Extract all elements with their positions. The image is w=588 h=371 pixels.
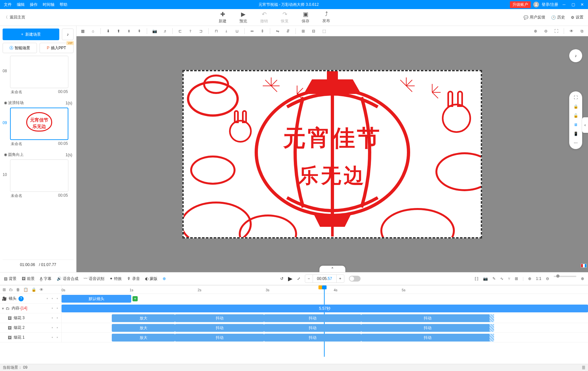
step-back-icon[interactable]: ↺ — [280, 276, 283, 281]
mobile-icon[interactable]: 📱 — [573, 132, 578, 136]
lb-mask[interactable]: ◐蒙版 — [145, 276, 157, 282]
track-options[interactable]: • • — [52, 316, 59, 320]
lb-tts[interactable]: 🔊语音合成 — [57, 276, 78, 282]
align-top-icon[interactable]: ⊓ — [213, 29, 219, 33]
tl-add-icon[interactable]: ⊞ — [3, 287, 6, 292]
music-icon[interactable]: ♬ — [162, 29, 168, 33]
track-firework-3[interactable]: 🖼烟花 3• • — [0, 313, 62, 323]
add-keyframe-button[interactable]: + — [133, 296, 138, 301]
distribute-v-icon[interactable]: ⇕ — [259, 29, 265, 33]
menu-file[interactable]: 文件 — [4, 2, 12, 7]
zoom-out-timeline-icon[interactable]: ⊖ — [546, 276, 549, 281]
select-all-icon[interactable]: ⬚ — [321, 29, 327, 33]
ratio-icon[interactable]: 1:1 — [536, 276, 541, 281]
track-firework-2[interactable]: 🖼烟花 2• • — [0, 323, 62, 332]
align-right-icon[interactable]: ⊐ — [198, 29, 204, 33]
track-options[interactable]: • • — [52, 326, 59, 330]
toolbar-save[interactable]: ▣保存 — [302, 11, 309, 24]
track-options[interactable]: • • — [52, 335, 59, 340]
unlock-icon[interactable]: 🔓 — [573, 113, 578, 118]
fitscreen-icon[interactable]: ⛶ — [574, 95, 578, 100]
keyframe-in-icon[interactable]: ⟦⟧ — [475, 276, 478, 281]
lb-more[interactable]: ⊕ — [163, 276, 166, 281]
zoom-slider[interactable] — [554, 276, 576, 277]
history-button[interactable]: 🕑历史 — [551, 15, 565, 20]
align-bottom-icon[interactable]: ⊔ — [234, 29, 240, 33]
help-icon[interactable]: ? — [18, 296, 24, 301]
scene-item-08[interactable]: 08 未命名00:05 — [3, 56, 74, 95]
panel-expand-button[interactable]: ‹ — [582, 117, 588, 133]
menu-operate[interactable]: 操作 — [30, 2, 38, 7]
toolbar-redo[interactable]: ↷恢复 — [281, 11, 289, 24]
desktop-icon[interactable]: 🖥 — [574, 122, 578, 127]
content-bar[interactable]: 5.57秒 — [62, 305, 588, 312]
shake-segment[interactable]: 抖动 — [175, 314, 264, 322]
flip-h-icon[interactable]: ⇋ — [275, 29, 281, 33]
track-add-icon[interactable]: ⊕ — [528, 276, 531, 281]
camera-icon[interactable]: 📷 — [152, 29, 157, 33]
lb-effects[interactable]: ✦特效 — [110, 276, 122, 282]
smart-scene-button[interactable]: Ⓐ智能场景 — [3, 43, 37, 53]
bring-forward-icon[interactable]: ⇟ — [126, 29, 132, 33]
settings-button[interactable]: ⚙设置 — [571, 15, 583, 20]
scene-item-09[interactable]: 09 元宵佳节 乐无边 未命名00:05 — [3, 108, 74, 147]
menu-timeline[interactable]: 时间轴 — [43, 2, 54, 7]
zoom-fit-icon[interactable]: ⛶ — [553, 29, 559, 33]
tl-paste-icon[interactable]: 📋 — [23, 287, 28, 292]
filter-icon[interactable]: ⑂ — [508, 276, 510, 281]
expand-icon[interactable]: ▾ — [2, 306, 4, 311]
window-close[interactable]: ✕ — [579, 1, 585, 8]
video-icon[interactable]: ▦ — [80, 29, 86, 33]
edit-icon[interactable]: ✎ — [492, 276, 496, 281]
toolbar-new[interactable]: ✚新建 — [219, 11, 226, 24]
tl-eye-icon[interactable]: 👁 — [40, 287, 43, 292]
fullscreen-icon[interactable]: ⤢ — [297, 276, 300, 281]
snapshot-icon[interactable]: 📷 — [483, 276, 488, 281]
transition-row[interactable]: ◉ 圆角向上1(s) — [3, 150, 74, 159]
align-left-icon[interactable]: ⊏ — [177, 29, 183, 33]
insert-ppt-button[interactable]: P插入PPTVIP — [40, 43, 74, 53]
zoom-in-icon[interactable]: ⊕ — [533, 29, 538, 33]
track-firework-1[interactable]: 🖼烟花 1• • — [0, 333, 62, 342]
track-options[interactable]: • • • — [47, 296, 59, 301]
lb-record[interactable]: 🎙录音 — [127, 276, 140, 282]
lb-subtitle[interactable]: A̲字幕 — [40, 276, 52, 282]
shake-segment[interactable]: 抖动 — [264, 314, 361, 322]
time-decrease[interactable]: − — [305, 275, 313, 283]
toolbar-undo[interactable]: ↶撤销 — [260, 11, 268, 24]
lb-foreground[interactable]: 🖼前景 — [22, 276, 35, 282]
flip-v-icon[interactable]: ⇵ — [285, 29, 291, 33]
play-icon[interactable]: ▶ — [288, 275, 293, 282]
tl-delete-icon[interactable]: 🗑 — [16, 287, 20, 292]
shake-segment[interactable]: 抖动 — [361, 324, 494, 332]
shake-segment[interactable]: 抖动 — [264, 334, 361, 342]
transition-row[interactable]: ◉ 波浪转场1(s) — [3, 98, 74, 108]
align-hcenter-icon[interactable]: ⫯ — [188, 29, 193, 33]
home-icon[interactable]: ⌂ — [90, 29, 96, 33]
tl-lock-icon[interactable]: 🔒 — [31, 287, 36, 292]
zoom-segment[interactable]: 放大 — [112, 324, 175, 332]
back-home[interactable]: 〈 返回主页 — [0, 15, 25, 20]
send-backward-icon[interactable]: ⇞ — [136, 29, 142, 33]
shake-segment[interactable]: 抖动 — [264, 324, 361, 332]
upload-icon[interactable]: ⬆ — [116, 29, 121, 33]
shake-segment[interactable]: 抖动 — [361, 314, 494, 322]
track-content[interactable]: ▾🗀内容-[14]• • — [0, 304, 62, 313]
panel-collapse-button[interactable]: ⌃ — [319, 266, 345, 272]
time-increase[interactable]: + — [336, 275, 344, 283]
copy-icon[interactable]: ⧉ — [579, 29, 585, 33]
camera-bar[interactable]: 默认镜头+ — [62, 295, 131, 303]
menu-help[interactable]: 帮助 — [60, 2, 67, 7]
lock-icon[interactable]: 🔒 — [573, 104, 578, 109]
new-scene-button[interactable]: +新建场景 — [3, 29, 59, 40]
floating-music-button[interactable]: ♪ — [569, 49, 582, 62]
shake-segment[interactable]: 抖动 — [175, 324, 264, 332]
zoom-segment[interactable]: 放大 — [112, 334, 175, 342]
more-icon[interactable]: ⋯ — [574, 141, 578, 145]
group-icon[interactable]: ⊞ — [300, 29, 306, 33]
zoom-in-timeline-icon[interactable]: ⊕ — [581, 276, 584, 281]
loop-toggle[interactable] — [349, 276, 361, 282]
download-icon[interactable]: ⬇ — [105, 29, 111, 33]
window-minimize[interactable]: ─ — [561, 1, 567, 8]
distribute-h-icon[interactable]: ⇔ — [249, 29, 255, 33]
